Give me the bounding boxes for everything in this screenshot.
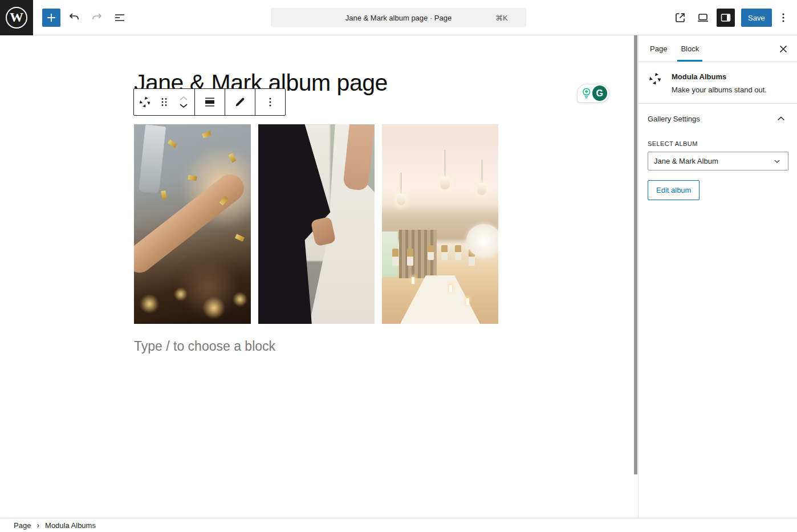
command-shortcut: ⌘K xyxy=(495,14,526,22)
plus-icon xyxy=(44,11,58,25)
external-link-icon xyxy=(673,11,687,25)
chevron-up-icon xyxy=(774,112,788,125)
command-palette[interactable]: Jane & Mark album page · Page ⌘K xyxy=(271,8,526,27)
album-select-value: Jane & Mark Album xyxy=(654,157,718,165)
edit-album-button[interactable]: Edit album xyxy=(648,180,700,200)
block-inserter-button[interactable] xyxy=(42,9,60,27)
undo-icon xyxy=(67,11,81,25)
album-image-holding-hands[interactable] xyxy=(258,124,375,324)
drag-handle[interactable] xyxy=(154,89,174,115)
tab-block[interactable]: Block xyxy=(674,35,706,62)
block-toolbar-group-edit xyxy=(225,89,255,115)
laptop-icon xyxy=(696,11,710,25)
sidebar-panel-icon xyxy=(719,11,733,25)
modula-album-gallery xyxy=(134,124,498,324)
alignment-button[interactable] xyxy=(196,89,223,115)
close-sidebar-button[interactable] xyxy=(774,40,792,58)
lightbulb-icon xyxy=(581,87,592,100)
album-image-celebration[interactable] xyxy=(134,124,251,324)
photo-decor xyxy=(428,245,434,260)
photo-decor xyxy=(482,160,482,184)
editor-top-bar: W Jane & Mark album page · Page ⌘K Save xyxy=(0,0,797,35)
drag-dots-icon xyxy=(157,95,171,109)
photo-decor xyxy=(466,224,498,257)
photo-decor xyxy=(139,124,166,193)
tab-page[interactable]: Page xyxy=(643,35,674,62)
photo-decor xyxy=(140,294,159,314)
preview-button[interactable] xyxy=(694,9,712,27)
photo-decor xyxy=(235,234,245,242)
photo-decor xyxy=(401,173,401,194)
photo-decor xyxy=(168,139,177,148)
block-toolbar xyxy=(133,88,286,116)
select-album-label: SELECT ALBUM xyxy=(648,140,788,147)
album-image-ceremony-room[interactable] xyxy=(382,124,498,324)
block-card-text: Modula Albums Make your albums stand out… xyxy=(672,71,767,94)
photo-decor xyxy=(161,190,166,200)
redo-button[interactable] xyxy=(88,9,106,27)
document-overview-button[interactable] xyxy=(111,9,129,27)
photo-decor xyxy=(477,183,486,195)
block-card-title: Modula Albums xyxy=(672,71,767,81)
block-type-button[interactable] xyxy=(135,89,154,115)
gallery-settings-panel-toggle[interactable]: Gallery Settings xyxy=(639,104,797,133)
photo-decor xyxy=(202,297,225,319)
block-mover-control[interactable] xyxy=(174,89,193,115)
move-up-icon xyxy=(177,95,190,102)
canvas-scrollbar[interactable] xyxy=(634,35,637,474)
move-down-icon xyxy=(177,102,190,109)
photo-decor xyxy=(392,249,398,266)
list-view-icon xyxy=(113,11,127,25)
save-button[interactable]: Save xyxy=(741,9,772,27)
settings-sidebar-toggle[interactable] xyxy=(717,9,735,27)
album-select[interactable]: Jane & Mark Album xyxy=(648,152,788,170)
redo-icon xyxy=(90,11,104,25)
photo-decor xyxy=(441,245,448,260)
photo-decor xyxy=(466,298,469,305)
document-title: Jane & Mark album page · Page xyxy=(271,14,495,22)
kebab-menu-icon xyxy=(776,11,790,25)
block-card: Modula Albums Make your albums stand out… xyxy=(639,62,797,104)
wordpress-logo[interactable]: W xyxy=(0,0,33,35)
undo-button[interactable] xyxy=(65,9,83,27)
edit-gallery-button[interactable] xyxy=(226,89,254,115)
block-options-button[interactable] xyxy=(257,89,284,115)
wordpress-logo-letter: W xyxy=(10,10,23,24)
photo-decor xyxy=(233,292,247,307)
block-toolbar-group-align xyxy=(195,89,225,115)
grammarly-widget[interactable]: G xyxy=(577,84,609,103)
breadcrumb-modula-albums[interactable]: Modula Albums xyxy=(45,521,96,530)
modula-pinwheel-icon xyxy=(648,71,662,86)
close-icon xyxy=(776,42,790,56)
grammarly-logo: G xyxy=(592,86,607,101)
block-card-description: Make your albums stand out. xyxy=(672,86,767,94)
block-toolbar-group-options xyxy=(255,89,285,115)
modula-pinwheel-icon xyxy=(138,95,152,109)
block-toolbar-group-main xyxy=(134,89,195,115)
photo-decor xyxy=(202,131,212,139)
photo-decor xyxy=(407,249,413,266)
wordpress-logo-ring: W xyxy=(6,7,27,29)
align-icon xyxy=(203,95,217,109)
editor-canvas: Jane & Mark album page xyxy=(0,35,637,518)
settings-sidebar: Page Block Modula Albums Make your album… xyxy=(638,35,797,532)
gallery-settings-body: SELECT ALBUM Jane & Mark Album Edit albu… xyxy=(639,133,797,209)
breadcrumb-page[interactable]: Page xyxy=(14,521,31,530)
empty-block-placeholder[interactable]: Type / to choose a block xyxy=(134,339,275,354)
gallery-settings-title: Gallery Settings xyxy=(648,115,700,123)
photo-decor xyxy=(412,277,414,284)
sidebar-tabs: Page Block xyxy=(639,35,797,62)
photo-decor xyxy=(445,150,445,177)
pencil-icon xyxy=(233,95,247,109)
photo-decor xyxy=(440,177,450,189)
photo-decor xyxy=(174,287,188,301)
photo-decor xyxy=(455,245,461,260)
kebab-menu-icon xyxy=(263,95,277,109)
chevron-right-icon: › xyxy=(36,521,39,529)
photo-decor xyxy=(449,285,452,292)
breadcrumb: Page › Modula Albums xyxy=(0,518,797,532)
chevron-down-icon xyxy=(772,156,782,166)
options-menu-button[interactable] xyxy=(774,9,792,27)
photo-decor xyxy=(397,194,405,205)
view-page-button[interactable] xyxy=(671,9,689,27)
